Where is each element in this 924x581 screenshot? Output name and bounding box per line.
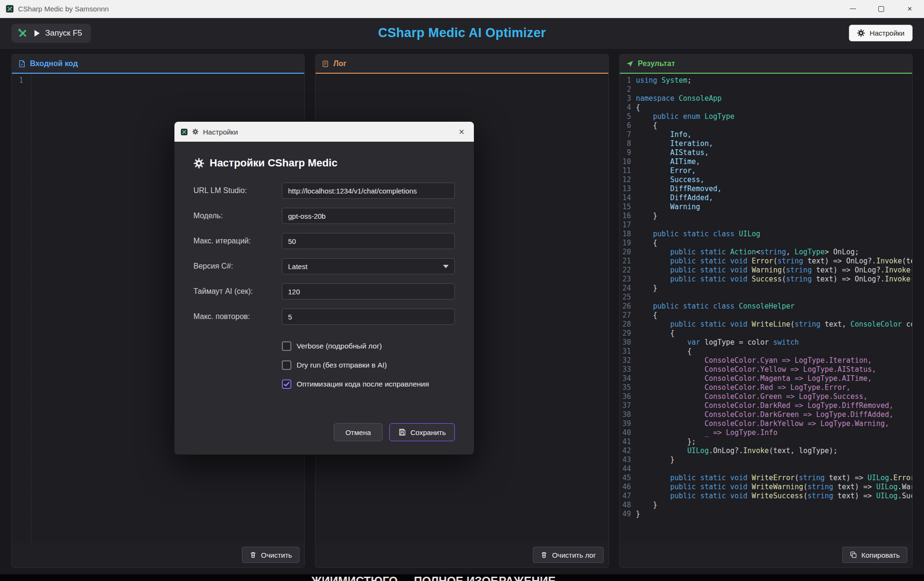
- line-number: 29: [620, 329, 636, 338]
- dialog-title: Настройки: [203, 128, 238, 136]
- code-line: 39 ConsoleColor.DarkYellow => LogType.Wa…: [620, 419, 912, 428]
- code-text: ConsoleColor.Yellow => LogType.AIStatus,: [636, 365, 876, 374]
- result-code[interactable]: 1using System;2 3namespace ConsoleApp4{5…: [620, 74, 912, 542]
- code-line: 12 Success,: [620, 175, 912, 184]
- model-field[interactable]: [282, 208, 455, 224]
- max-retries-field[interactable]: [282, 309, 455, 325]
- line-number: 49: [620, 510, 636, 519]
- max-iterations-field[interactable]: [282, 233, 455, 249]
- dialog-close-button[interactable]: ×: [449, 122, 474, 142]
- line-number: 47: [620, 492, 636, 501]
- max-iterations-field-label: Макс. итераций:: [193, 237, 282, 245]
- dry-run-checkbox[interactable]: Dry run (без отправки в AI): [282, 356, 455, 375]
- line-number: 16: [620, 212, 636, 221]
- clear-log-button[interactable]: Очистить лог: [533, 547, 603, 563]
- line-number: 30: [620, 338, 636, 347]
- form-row: URL LM Studio:: [193, 183, 455, 199]
- code-text: ConsoleColor.DarkRed => LogType.DiffRemo…: [636, 401, 894, 410]
- code-line: 43 }: [620, 455, 912, 465]
- line-number: 23: [620, 275, 636, 284]
- code-line: 33 ConsoleColor.Yellow => LogType.AIStat…: [620, 365, 912, 374]
- save-button[interactable]: Сохранить: [389, 423, 455, 441]
- line-number: 27: [620, 311, 636, 320]
- code-text: public static void Error(string text) =>…: [636, 257, 912, 266]
- cancel-label: Отмена: [346, 428, 371, 436]
- code-text: public static void WriteWarning(string t…: [636, 483, 912, 492]
- code-text: public static void Warning(string text) …: [636, 266, 912, 275]
- line-number: 18: [620, 230, 636, 239]
- code-line: 45 public static void WriteError(string …: [620, 474, 912, 483]
- line-number: 40: [620, 428, 636, 437]
- code-text: Info,: [636, 130, 692, 139]
- cancel-button[interactable]: Отмена: [334, 423, 383, 441]
- code-text: Warning: [636, 203, 700, 212]
- code-line: 19 {: [620, 239, 912, 248]
- code-line: 25: [620, 293, 912, 302]
- line-number: 22: [620, 266, 636, 275]
- settings-dialog-titlebar: Настройки ×: [174, 122, 474, 142]
- line-number: 3: [620, 94, 636, 103]
- maximize-button[interactable]: [867, 0, 895, 18]
- code-line: 41 };: [620, 437, 912, 446]
- line-number: 37: [620, 401, 636, 410]
- dialog-gear-icon: [192, 128, 199, 135]
- code-text: }: [636, 212, 657, 221]
- app-title: CSharp Medic AI Optimizer: [378, 26, 546, 40]
- code-text: ConsoleColor.Cyan => LogType.Iteration,: [636, 356, 872, 365]
- save-icon: [398, 428, 406, 436]
- close-icon: ×: [907, 4, 912, 14]
- code-line: 49}: [620, 510, 912, 519]
- window-titlebar: CSharp Medic by Samsonnn ×: [0, 0, 924, 18]
- settings-button[interactable]: Настройки: [849, 25, 913, 41]
- run-button[interactable]: Запуск F5: [11, 24, 91, 43]
- code-line: 36 ConsoleColor.Green => LogType.Success…: [620, 392, 912, 401]
- code-text: [636, 465, 640, 474]
- form-row: Макс. повторов:: [193, 309, 455, 325]
- line-number: 21: [620, 257, 636, 266]
- clear-input-button[interactable]: Очистить: [242, 547, 299, 563]
- line-number: 42: [620, 446, 636, 455]
- line-number: 7: [620, 130, 636, 139]
- status-strip: ЖИИМИСТЮГО ПОЛНОЕ ИЗОБРАЖЕНИЕ: [0, 574, 924, 581]
- code-text: var logType = color switch: [636, 338, 799, 347]
- code-line: 17: [620, 221, 912, 230]
- code-text: {: [636, 311, 657, 320]
- line-number: 1: [620, 76, 636, 85]
- code-line: 10 AITime,: [620, 157, 912, 166]
- gear-icon: [857, 29, 865, 37]
- code-line: 22 public static void Warning(string tex…: [620, 266, 912, 275]
- minimize-button[interactable]: [838, 0, 867, 18]
- close-button[interactable]: ×: [895, 0, 924, 18]
- line-number: 12: [620, 175, 636, 184]
- verbose-checkbox[interactable]: Verbose (подробный лог): [282, 337, 455, 356]
- form-row: Макс. итераций:: [193, 233, 455, 249]
- code-text: public static void Success(string text) …: [636, 275, 912, 284]
- copy-button[interactable]: Копировать: [842, 547, 907, 563]
- optimize-after-fix-checkbox[interactable]: Оптимизация кода после исправления: [282, 375, 455, 394]
- code-text: [636, 85, 640, 94]
- ai-timeout-field-label: Таймаут AI (сек):: [193, 287, 282, 296]
- code-text: Error,: [636, 166, 696, 175]
- ai-timeout-field[interactable]: [282, 283, 455, 300]
- line-number: 25: [620, 293, 636, 302]
- line-number: 11: [620, 166, 636, 175]
- line-number: 5: [620, 112, 636, 121]
- code-text: ConsoleColor.DarkGreen => LogType.DiffAd…: [636, 410, 894, 419]
- copy-icon: [850, 551, 857, 559]
- code-line: 4{: [620, 103, 912, 112]
- code-text: Success,: [636, 175, 705, 184]
- settings-heading: Настройки CSharp Medic: [193, 157, 455, 169]
- csharp-version-select[interactable]: Latest: [282, 258, 455, 274]
- code-line: 29 {: [620, 329, 912, 338]
- code-text: AIStatus,: [636, 148, 709, 157]
- model-field-label: Модель:: [193, 212, 282, 220]
- code-line: 7 Info,: [620, 130, 912, 139]
- code-text: public enum LogType: [636, 112, 735, 121]
- url-lm-studio-field[interactable]: [282, 183, 455, 199]
- code-line: 16 }: [620, 212, 912, 221]
- log-icon: [322, 60, 329, 68]
- line-number: 31: [620, 347, 636, 356]
- line-number: 13: [620, 184, 636, 194]
- code-line: 3namespace ConsoleApp: [620, 94, 912, 103]
- code-line: 34 ConsoleColor.Magenta => LogType.AITim…: [620, 374, 912, 383]
